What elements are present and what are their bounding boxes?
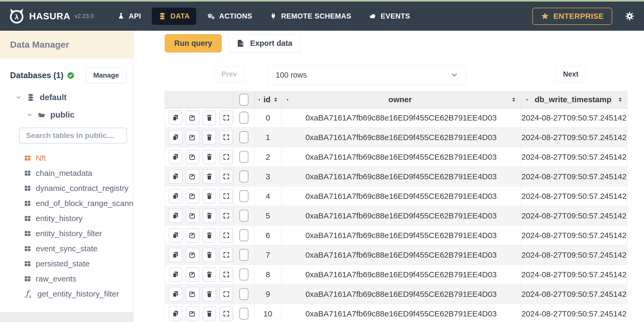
clone-row-button[interactable] bbox=[169, 228, 182, 243]
row-checkbox[interactable] bbox=[239, 269, 248, 280]
clone-row-button[interactable] bbox=[169, 208, 182, 223]
nav-item-events[interactable]: EVENTS bbox=[362, 8, 417, 25]
sidebar-table-item[interactable]: event_sync_state bbox=[24, 241, 133, 256]
sidebar-table-item[interactable]: entity_history bbox=[24, 211, 133, 226]
clone-row-button[interactable] bbox=[169, 130, 182, 145]
row-checkbox[interactable] bbox=[239, 229, 248, 241]
edit-row-button[interactable] bbox=[186, 169, 199, 184]
edit-row-button[interactable] bbox=[186, 130, 199, 145]
settings-gear-icon[interactable] bbox=[625, 11, 634, 21]
row-checkbox[interactable] bbox=[239, 288, 248, 300]
row-checkbox[interactable] bbox=[239, 151, 248, 163]
run-query-button[interactable]: Run query bbox=[165, 34, 222, 52]
expand-row-button[interactable] bbox=[219, 189, 233, 203]
tree-node-database[interactable]: default bbox=[0, 93, 133, 102]
column-header-db-write-timestamp[interactable]: db_write_timestamp bbox=[521, 92, 627, 108]
clone-row-button[interactable] bbox=[169, 150, 182, 164]
row-checkbox[interactable] bbox=[239, 131, 248, 143]
sort-icon[interactable] bbox=[273, 97, 279, 102]
row-checkbox[interactable] bbox=[239, 190, 248, 202]
edit-row-button[interactable] bbox=[186, 208, 199, 223]
expand-row-button[interactable] bbox=[219, 208, 233, 223]
sidebar-table-item[interactable]: chain_metadata bbox=[24, 166, 133, 181]
clone-row-button[interactable] bbox=[169, 287, 182, 301]
expand-row-button[interactable] bbox=[219, 287, 233, 301]
expand-row-button[interactable] bbox=[219, 228, 233, 243]
column-header-owner[interactable]: owner bbox=[281, 92, 521, 108]
next-page-button[interactable]: Next bbox=[556, 66, 586, 83]
delete-row-button[interactable] bbox=[203, 189, 216, 203]
expand-row-button[interactable] bbox=[219, 306, 233, 321]
delete-row-button[interactable] bbox=[203, 208, 216, 223]
sidebar-table-item[interactable]: Nft bbox=[24, 150, 133, 166]
manage-button[interactable]: Manage bbox=[86, 68, 126, 83]
sidebar-table-item[interactable]: end_of_block_range_scanned_data bbox=[24, 196, 133, 211]
select-all-checkbox[interactable] bbox=[239, 94, 248, 106]
table-name: raw_events bbox=[36, 274, 76, 283]
query-toolbar: Run query Export data bbox=[165, 34, 644, 52]
search-tables-input[interactable] bbox=[19, 128, 127, 144]
sort-icon[interactable] bbox=[617, 97, 623, 102]
expand-row-button[interactable] bbox=[219, 248, 233, 262]
tree-node-schema[interactable]: public bbox=[0, 110, 133, 120]
rows-per-page-select[interactable]: 100 rows bbox=[267, 65, 467, 85]
sidebar-table-item[interactable]: persisted_state bbox=[24, 256, 133, 271]
collapse-column-icon[interactable] bbox=[257, 98, 261, 102]
collapse-column-icon[interactable] bbox=[285, 98, 289, 102]
clone-row-button[interactable] bbox=[169, 189, 182, 203]
export-data-button[interactable]: Export data bbox=[229, 34, 301, 52]
expand-row-button[interactable] bbox=[219, 110, 233, 125]
row-checkbox[interactable] bbox=[239, 308, 248, 320]
delete-row-button[interactable] bbox=[203, 150, 216, 164]
delete-row-button[interactable] bbox=[203, 110, 216, 125]
cell-owner: 0xaBA7161A7fb69c88e16ED9f455CE62B791EE4D… bbox=[281, 108, 521, 128]
sidebar-function-item[interactable]: ƒxget_entity_history_filter bbox=[24, 286, 133, 301]
prev-page-button[interactable]: Prev bbox=[214, 66, 244, 83]
edit-row-button[interactable] bbox=[186, 267, 199, 282]
copy-icon bbox=[172, 114, 179, 122]
delete-row-button[interactable] bbox=[203, 267, 216, 282]
edit-row-button[interactable] bbox=[186, 228, 199, 243]
edit-row-button[interactable] bbox=[186, 306, 199, 321]
clone-row-button[interactable] bbox=[169, 306, 182, 321]
clone-row-button[interactable] bbox=[169, 248, 182, 262]
chevron-down-icon[interactable] bbox=[15, 94, 22, 101]
clone-row-button[interactable] bbox=[169, 110, 182, 125]
delete-row-button[interactable] bbox=[203, 169, 216, 184]
expand-row-button[interactable] bbox=[219, 267, 233, 282]
row-checkbox[interactable] bbox=[239, 171, 248, 182]
column-header-id[interactable]: id bbox=[254, 92, 281, 108]
table-icon bbox=[24, 260, 31, 267]
expand-row-button[interactable] bbox=[219, 169, 233, 184]
row-checkbox[interactable] bbox=[239, 249, 248, 261]
enterprise-button[interactable]: ENTERPRISE bbox=[532, 8, 612, 25]
edit-row-button[interactable] bbox=[186, 110, 199, 125]
collapse-column-icon[interactable] bbox=[525, 98, 529, 102]
row-checkbox[interactable] bbox=[239, 112, 248, 124]
copy-icon bbox=[172, 192, 179, 200]
sidebar-table-item[interactable]: dynamic_contract_registry bbox=[24, 181, 133, 196]
chevron-down-icon[interactable] bbox=[26, 112, 33, 118]
expand-row-button[interactable] bbox=[219, 150, 233, 164]
edit-row-button[interactable] bbox=[186, 150, 199, 164]
edit-row-button[interactable] bbox=[186, 248, 199, 262]
delete-row-button[interactable] bbox=[203, 130, 216, 145]
delete-row-button[interactable] bbox=[203, 228, 216, 243]
hasura-logo[interactable]: λ bbox=[9, 8, 24, 24]
delete-row-button[interactable] bbox=[203, 306, 216, 321]
edit-row-button[interactable] bbox=[186, 189, 199, 203]
delete-row-button[interactable] bbox=[203, 287, 216, 301]
expand-row-button[interactable] bbox=[219, 130, 233, 145]
sidebar-table-item[interactable]: raw_events bbox=[24, 271, 133, 286]
nav-item-data[interactable]: DATA bbox=[152, 8, 196, 25]
clone-row-button[interactable] bbox=[169, 267, 182, 282]
nav-item-api[interactable]: API bbox=[111, 8, 148, 25]
nav-item-actions[interactable]: ACTIONS bbox=[200, 8, 259, 25]
delete-row-button[interactable] bbox=[203, 248, 216, 262]
sidebar-table-item[interactable]: entity_history_filter bbox=[24, 226, 133, 241]
row-checkbox[interactable] bbox=[239, 210, 248, 222]
sort-icon[interactable] bbox=[511, 97, 517, 102]
clone-row-button[interactable] bbox=[169, 169, 182, 184]
edit-row-button[interactable] bbox=[186, 287, 199, 301]
nav-item-remote-schemas[interactable]: REMOTE SCHEMAS bbox=[263, 8, 358, 25]
